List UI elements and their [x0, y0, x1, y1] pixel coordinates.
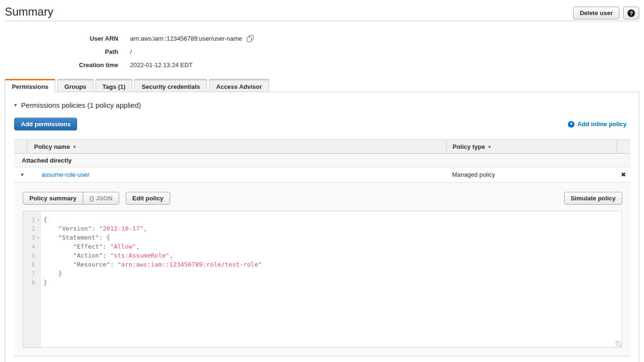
column-header-policy-type[interactable]: Policy type ▾ — [453, 143, 491, 150]
summary-fields: User ARNarn:aws:iam::123456789:user/user… — [5, 21, 639, 78]
field-row: Creation time2022-01-12 13:24 EDT — [5, 58, 639, 71]
field-label: Path — [5, 48, 118, 55]
policy-detail-panel: Policy summary {} JSON Edit policy Simul… — [14, 182, 630, 356]
tab-access-advisor[interactable]: Access Advisor — [209, 79, 269, 92]
group-row-label: Attached directly — [22, 157, 71, 164]
fold-caret-icon[interactable]: ▾ — [35, 235, 41, 240]
policy-name-link[interactable]: assume-role-user — [34, 171, 89, 178]
sort-caret-icon: ▾ — [73, 144, 76, 149]
fold-caret-icon[interactable]: ▾ — [35, 217, 41, 222]
tab-security-credentials[interactable]: Security credentials — [134, 79, 207, 92]
chevron-down-icon: ▾ — [14, 103, 17, 108]
delete-user-button[interactable]: Delete user — [573, 7, 619, 19]
add-inline-policy-label: Add inline policy — [577, 121, 627, 128]
simulate-policy-button[interactable]: Simulate policy — [564, 192, 622, 205]
editor-code: { "Version": "2012-10-17", "Statement": … — [41, 211, 622, 347]
gutter-line: 6 — [23, 260, 41, 269]
permissions-policies-toggle[interactable]: ▾ Permissions policies (1 policy applied… — [14, 101, 630, 109]
field-row: User ARNarn:aws:iam::123456789:user/user… — [5, 32, 639, 45]
editor-resize-grip[interactable] — [616, 341, 621, 347]
code-line: { — [44, 215, 622, 224]
permissions-tab-panel: ▾ Permissions policies (1 policy applied… — [5, 92, 639, 362]
code-line: } — [44, 269, 622, 278]
tab-bar: PermissionsGroupsTags (1)Security creden… — [5, 79, 639, 92]
expand-column-header — [14, 140, 27, 153]
column-header-policy-name[interactable]: Policy name ▾ — [34, 143, 76, 150]
gutter-line: 1▾ — [23, 215, 41, 224]
detach-policy-icon[interactable]: ✖ — [621, 171, 626, 178]
section-title: Permissions policies (1 policy applied) — [21, 101, 141, 109]
field-label: Creation time — [5, 61, 118, 69]
code-line: } — [44, 278, 622, 287]
sort-caret-icon: ▾ — [488, 144, 491, 149]
page-title: Summary — [5, 6, 53, 18]
gutter-line: 4 — [23, 242, 41, 251]
add-permissions-button[interactable]: Add permissions — [14, 118, 77, 130]
actions-column-header — [617, 140, 630, 153]
policy-json-editor[interactable]: 1▾23▾45678 { "Version": "2012-10-17", "S… — [23, 211, 622, 348]
policy-summary-button[interactable]: Policy summary — [23, 192, 83, 205]
field-row: Path/ — [5, 45, 639, 58]
help-button[interactable]: ? — [623, 7, 639, 19]
editor-gutter: 1▾23▾45678 — [23, 211, 41, 347]
edit-policy-button[interactable]: Edit policy — [126, 192, 170, 205]
json-button[interactable]: {} JSON — [83, 192, 119, 205]
code-line: "Statement": { — [44, 233, 622, 242]
collapse-row-caret-icon[interactable]: ▾ — [21, 172, 24, 178]
gutter-line: 5 — [23, 251, 41, 260]
policy-table-header: Policy name ▾ Policy type ▾ — [14, 139, 630, 154]
tab-permissions[interactable]: Permissions — [5, 79, 55, 92]
code-line: "Resource": "arn:aws:iam::123456789:role… — [44, 260, 622, 269]
code-line: "Version": "2012-10-17", — [44, 224, 622, 233]
code-line: "Action": "sts:AssumeRole", — [44, 251, 622, 260]
add-inline-policy-link[interactable]: + Add inline policy — [568, 121, 627, 128]
gutter-line: 3▾ — [23, 233, 41, 242]
policy-table: Policy name ▾ Policy type ▾ Attached dir… — [14, 139, 630, 356]
policy-type-value: Managed policy — [452, 171, 495, 178]
page-header: Summary Delete user ? — [5, 0, 639, 19]
field-value: arn:aws:iam::123456789:user/user-name — [130, 34, 254, 43]
policy-table-row: ▾ assume-role-user Managed policy ✖ — [14, 167, 630, 182]
tab-tags-1[interactable]: Tags (1) — [96, 79, 133, 92]
gutter-line: 7 — [23, 269, 41, 278]
tab-groups[interactable]: Groups — [57, 79, 93, 92]
code-line: "Effect": "Allow", — [44, 242, 622, 251]
field-value: / — [130, 48, 132, 55]
table-group-row: Attached directly — [14, 154, 630, 167]
gutter-line: 8 — [23, 278, 41, 287]
field-label: User ARN — [5, 35, 118, 42]
field-value: 2022-01-12 13:24 EDT — [130, 61, 192, 69]
plus-circle-icon: + — [568, 121, 574, 128]
gutter-line: 2 — [23, 224, 41, 233]
copy-icon[interactable] — [246, 34, 254, 43]
help-icon: ? — [627, 9, 635, 17]
